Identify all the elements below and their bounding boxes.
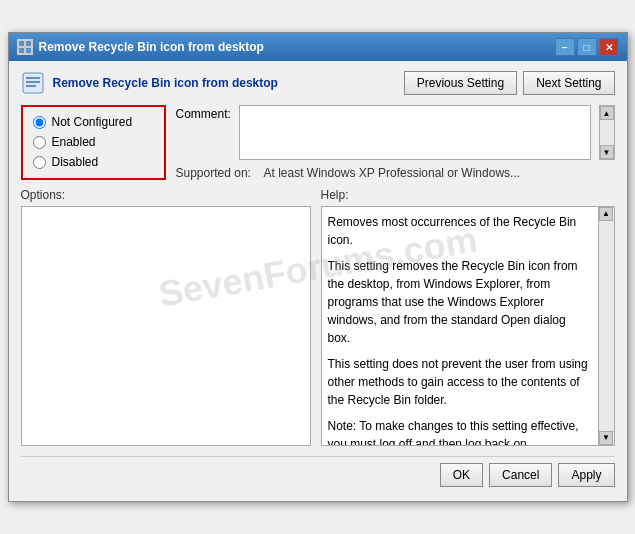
help-para-2: This setting removes the Recycle Bin ico… [328, 257, 590, 347]
window-icon [17, 39, 33, 55]
radio-box: Not Configured Enabled Disabled [21, 105, 166, 180]
comment-textarea[interactable] [239, 105, 591, 160]
right-section: Comment: ▲ ▼ Supported on: At least Wind… [176, 105, 615, 180]
enabled-label: Enabled [52, 135, 96, 149]
svg-rect-7 [26, 85, 36, 87]
ok-button[interactable]: OK [440, 463, 483, 487]
options-label: Options: [21, 188, 311, 202]
header-buttons: Previous Setting Next Setting [404, 71, 615, 95]
title-bar: Remove Recycle Bin icon from desktop – □… [9, 33, 627, 61]
title-text: Remove Recycle Bin icon from desktop [39, 40, 264, 54]
supported-on-label: Supported on: [176, 166, 256, 180]
disabled-option[interactable]: Disabled [33, 155, 154, 169]
help-scroll-down[interactable]: ▼ [599, 431, 613, 445]
svg-rect-3 [26, 48, 31, 53]
supported-row: Supported on: At least Windows XP Profes… [176, 166, 615, 180]
minimize-button[interactable]: – [555, 38, 575, 56]
help-content: Removes most occurrences of the Recycle … [328, 213, 590, 446]
header-title-area: Remove Recycle Bin icon from desktop [21, 71, 278, 95]
supported-on-value: At least Windows XP Professional or Wind… [264, 166, 521, 180]
bottom-section: Options: Help: Removes most occurrences … [21, 188, 615, 446]
svg-rect-2 [19, 48, 24, 53]
help-panel: Help: Removes most occurrences of the Re… [321, 188, 615, 446]
help-label: Help: [321, 188, 615, 202]
disabled-label: Disabled [52, 155, 99, 169]
help-scrollbar: ▲ ▼ [598, 207, 614, 445]
footer-row: OK Cancel Apply [21, 456, 615, 491]
scroll-down-arrow[interactable]: ▼ [600, 145, 614, 159]
next-setting-button[interactable]: Next Setting [523, 71, 614, 95]
comment-label: Comment: [176, 105, 231, 121]
disabled-radio[interactable] [33, 156, 46, 169]
help-box: Removes most occurrences of the Recycle … [321, 206, 615, 446]
previous-setting-button[interactable]: Previous Setting [404, 71, 517, 95]
cancel-button[interactable]: Cancel [489, 463, 552, 487]
apply-button[interactable]: Apply [558, 463, 614, 487]
not-configured-option[interactable]: Not Configured [33, 115, 154, 129]
help-para-1: Removes most occurrences of the Recycle … [328, 213, 590, 249]
window-content: Remove Recycle Bin icon from desktop Pre… [9, 61, 627, 501]
header-row: Remove Recycle Bin icon from desktop Pre… [21, 71, 615, 95]
not-configured-label: Not Configured [52, 115, 133, 129]
title-controls: – □ ✕ [555, 38, 619, 56]
policy-title: Remove Recycle Bin icon from desktop [53, 76, 278, 90]
main-section: Not Configured Enabled Disabled Comment: [21, 105, 615, 180]
svg-rect-6 [26, 81, 40, 83]
help-para-3: This setting does not prevent the user f… [328, 355, 590, 409]
svg-rect-1 [26, 41, 31, 46]
options-box [21, 206, 311, 446]
help-para-4: Note: To make changes to this setting ef… [328, 417, 590, 446]
help-scroll-up[interactable]: ▲ [599, 207, 613, 221]
not-configured-radio[interactable] [33, 116, 46, 129]
svg-rect-0 [19, 41, 24, 46]
comment-row: Comment: ▲ ▼ [176, 105, 615, 160]
svg-rect-5 [26, 77, 40, 79]
maximize-button[interactable]: □ [577, 38, 597, 56]
enabled-radio[interactable] [33, 136, 46, 149]
comment-scrollbar: ▲ ▼ [599, 105, 615, 160]
close-button[interactable]: ✕ [599, 38, 619, 56]
options-panel: Options: [21, 188, 311, 446]
main-window: Remove Recycle Bin icon from desktop – □… [8, 32, 628, 502]
scroll-up-arrow[interactable]: ▲ [600, 106, 614, 120]
policy-icon [21, 71, 45, 95]
enabled-option[interactable]: Enabled [33, 135, 154, 149]
